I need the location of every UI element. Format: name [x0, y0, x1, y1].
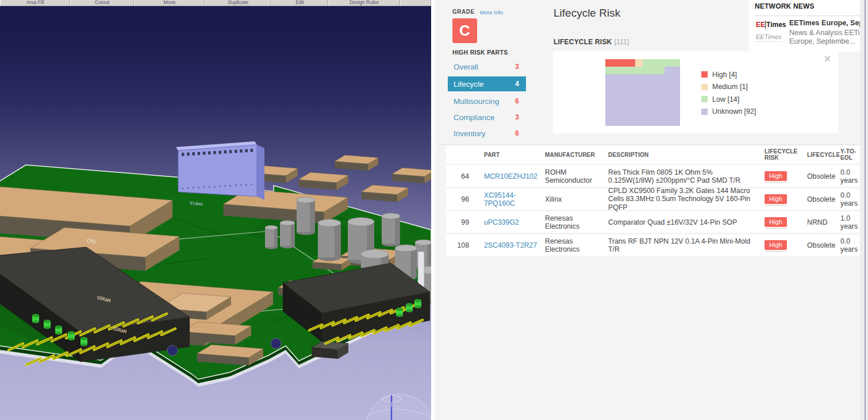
news-body-line1: News & Analysis EETimes [789, 29, 860, 37]
lifecycle-cell: Obsolete [807, 241, 838, 249]
news-item-body: News & Analysis EETimes Europe, Septembe… [789, 29, 860, 46]
risk-badge[interactable]: High [765, 171, 787, 182]
pane-edge-fade [431, 0, 437, 420]
legend-swatch-high [701, 71, 708, 78]
table-row: 99 uPC339G2 Renesas Electronics Comparat… [446, 211, 860, 233]
risk-badge[interactable]: High [765, 194, 787, 205]
sidebar-item-overall[interactable]: Overall 3 [448, 59, 526, 74]
col-header-part: PART [484, 152, 544, 159]
chart-legend: High [4] Medium [1] Low [14] Unknown [92… [701, 68, 756, 118]
section-count: [111] [614, 38, 629, 46]
sidebar-item-label: Compliance [454, 113, 494, 122]
part-link[interactable]: uPC339G2 [484, 218, 519, 226]
section-header: LIFECYCLE RISK[111] [554, 38, 629, 46]
legend-item-medium: Medium [1] [701, 81, 756, 94]
risk-treemap [605, 59, 680, 126]
logo-ee: EE [756, 21, 765, 29]
news-divider [755, 16, 860, 16]
sidebar-item-count: 4 [515, 80, 519, 88]
y-to-eol-cell: 0.0 years [840, 168, 860, 184]
manufacturer-cell: Renesas Electronics [545, 237, 604, 253]
section-label: LIFECYCLE RISK [554, 38, 612, 46]
col-header-description: DESCRIPTION [608, 152, 760, 159]
legend-swatch-low [701, 96, 708, 102]
sidebar-item-inventory[interactable]: Inventory 6 [448, 126, 526, 141]
cad-toolbar: Area Fill Cutout Move Duplicate Edit Des… [0, 0, 431, 6]
sidebar-item-compliance[interactable]: Compliance 3 [448, 110, 526, 125]
treemap-medium-block [635, 59, 643, 67]
scrollbar-track-line [865, 0, 866, 420]
page-title: Lifecycle Risk [554, 7, 620, 20]
pcb-board-render[interactable]: CPUVideoSDRAMSDRAM [0, 0, 431, 420]
area-fill-button[interactable]: Area Fill [0, 0, 70, 6]
move-button[interactable]: Move [134, 0, 205, 6]
col-header-lifecycle-risk: LIFECYCLE RISK [765, 148, 804, 162]
legend-item-high: High [4] [701, 68, 756, 81]
edit-button[interactable]: Edit [271, 0, 328, 6]
risk-badge[interactable]: High [765, 217, 787, 228]
grade-label: GRADE [452, 9, 475, 15]
manufacturer-cell: Renesas Electronics [545, 214, 604, 230]
lifecycle-cell: Obsolete [807, 172, 838, 180]
sidebar-item-lifecycle[interactable]: Lifecycle 4 [448, 76, 526, 91]
treemap-high-block [605, 59, 635, 67]
lifecycle-cell: NRND [807, 218, 838, 226]
legend-label: High [4] [712, 71, 737, 79]
cutout-button[interactable]: Cutout [70, 0, 134, 6]
treemap-low-block [643, 59, 680, 67]
manufacturer-cell: Xilinx [545, 195, 604, 203]
description-cell: Comparator Quad ±16V/32V 14-Pin SOP [608, 218, 760, 226]
part-link[interactable]: 2SC4093-T2R27 [484, 241, 537, 249]
board-silkscreen-label: Video [190, 201, 203, 207]
description-cell: Trans RF BJT NPN 12V 0.1A 4-Pin Mini-Mol… [608, 237, 760, 253]
manufacturer-cell: ROHM Semiconductor [545, 168, 604, 184]
logo-sub: EETimes [756, 33, 782, 42]
bom-risk-panel: GRADE More Info C HIGH RISK PARTS Overal… [431, 0, 868, 420]
legend-label: Unknown [92] [712, 107, 756, 115]
sidebar-item-count: 6 [515, 129, 519, 137]
part-link[interactable]: MCR10EZHJ102 [484, 172, 537, 180]
table-row: 108 2SC4093-T2R27 Renesas Electronics Tr… [446, 234, 860, 256]
high-risk-parts-list: Overall 3 Lifecycle 4 Multisourcing 6 Co… [448, 59, 526, 142]
description-cell: Res Thick Film 0805 1K Ohm 5% 0.125W(1/8… [608, 168, 760, 184]
design-rules-button[interactable]: Design Rules [328, 0, 400, 6]
network-news-panel: NETWORK NEWS EETimes EETimes EETimes Eur… [749, 0, 860, 52]
content-divider [437, 144, 860, 145]
high-risk-parts-title: HIGH RISK PARTS [452, 49, 508, 56]
news-body-line2: Europe, Septembe... [789, 37, 860, 46]
risk-badge[interactable]: High [765, 240, 787, 251]
col-header-lifecycle: LIFECYCLE [807, 152, 838, 159]
y-to-eol-cell: 1.0 years [840, 214, 860, 230]
table-header-row: PART MANUFACTURER DESCRIPTION LIFECYCLE … [446, 146, 860, 164]
sidebar-item-label: Lifecycle [454, 80, 484, 88]
sidebar-item-label: Overall [454, 63, 478, 71]
row-number: 64 [446, 172, 469, 180]
high-risk-parts-table: PART MANUFACTURER DESCRIPTION LIFECYCLE … [446, 146, 860, 257]
window-scrollbar[interactable] [860, 0, 868, 420]
grade-badge: C [452, 18, 477, 43]
news-item-title: EETimes Europe, Sept... [789, 19, 860, 27]
board-silkscreen-label: CPU [86, 238, 96, 245]
legend-swatch-unknown [701, 109, 708, 115]
description-cell: CPLD XC9500 Family 3.2K Gates 144 Macro … [608, 187, 760, 212]
legend-item-unknown: Unknown [92] [701, 106, 756, 118]
news-item[interactable]: EETimes Europe, Sept... News & Analysis … [789, 19, 860, 51]
legend-label: Medium [1] [712, 83, 748, 91]
eetimes-logo: EETimes EETimes [756, 21, 787, 42]
close-icon[interactable]: ✕ [824, 53, 831, 64]
sidebar-item-label: Inventory [454, 129, 486, 138]
lifecycle-risk-chart-card: ✕ High [4] Medium [1] [553, 51, 838, 133]
more-info-link[interactable]: More Info [480, 9, 503, 16]
pcb-3d-viewport[interactable]: CPUVideoSDRAMSDRAM Area Fill Cutout Move… [0, 0, 432, 420]
row-number: 108 [446, 241, 469, 249]
col-header-y-to-eol: Y-TO-EOL [840, 148, 860, 162]
y-to-eol-cell: 0.0 years [840, 237, 860, 253]
sidebar-item-count: 6 [515, 97, 519, 105]
sidebar-item-multisourcing[interactable]: Multisourcing 6 [448, 94, 526, 109]
part-link[interactable]: XC95144-7PQ160C [484, 191, 516, 207]
duplicate-button[interactable]: Duplicate [205, 0, 271, 6]
legend-label: Low [14] [712, 95, 739, 103]
legend-item-low: Low [14] [701, 93, 756, 106]
lifecycle-cell: Obsolete [807, 195, 838, 203]
legend-swatch-medium [701, 84, 708, 90]
